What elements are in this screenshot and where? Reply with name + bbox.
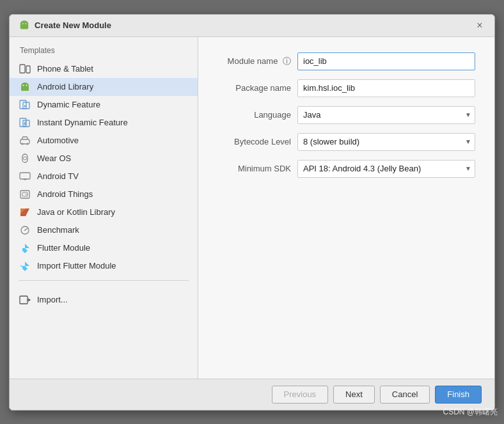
svg-point-10 bbox=[23, 84, 24, 86]
svg-point-17 bbox=[22, 143, 24, 145]
sidebar-item-label-phone-tablet: Phone & Tablet bbox=[37, 64, 93, 74]
dialog-footer: Previous Next Cancel Finish bbox=[10, 379, 494, 410]
sidebar-item-automotive[interactable]: Automotive bbox=[10, 132, 198, 150]
watermark: CSDN @韩曙亮 bbox=[443, 407, 498, 418]
main-content: Module name ⓘ Package name Language Java… bbox=[198, 37, 494, 379]
package-name-label: Package name bbox=[217, 83, 291, 93]
finish-button[interactable]: Finish bbox=[435, 386, 482, 404]
svg-marker-33 bbox=[22, 248, 28, 253]
android-things-icon bbox=[19, 189, 31, 200]
language-label: Language bbox=[217, 110, 291, 120]
sidebar-import-label: Import... bbox=[37, 295, 68, 304]
minimum-sdk-row: Minimum SDK API 18: Android 4.3 (Jelly B… bbox=[217, 160, 475, 178]
sidebar-item-label-benchmark: Benchmark bbox=[37, 225, 79, 235]
title-bar-left: Create New Module bbox=[19, 20, 111, 31]
sidebar: Templates Phone & Tablet A bbox=[10, 37, 198, 379]
svg-point-20 bbox=[24, 157, 27, 160]
svg-point-31 bbox=[24, 230, 26, 231]
language-select[interactable]: Java Kotlin bbox=[297, 106, 475, 124]
sidebar-import-section: Import... bbox=[10, 286, 198, 314]
sidebar-item-benchmark[interactable]: Benchmark bbox=[10, 221, 198, 239]
sidebar-item-label-dynamic-feature: Dynamic Feature bbox=[37, 100, 100, 109]
package-name-input[interactable] bbox=[297, 79, 475, 97]
next-button[interactable]: Next bbox=[333, 386, 375, 404]
module-name-help-icon[interactable]: ⓘ bbox=[283, 56, 291, 66]
svg-marker-34 bbox=[25, 262, 29, 266]
benchmark-icon bbox=[19, 225, 31, 235]
module-name-input[interactable] bbox=[297, 52, 475, 70]
wear-os-icon bbox=[19, 153, 31, 164]
bytecode-level-label: Bytecode Level bbox=[217, 137, 291, 146]
sidebar-item-android-library[interactable]: Android Library bbox=[10, 78, 198, 96]
sidebar-item-flutter-module[interactable]: Flutter Module bbox=[10, 239, 198, 257]
sidebar-item-label-java-kotlin-library: Java or Kotlin Library bbox=[37, 207, 115, 217]
sidebar-item-instant-dynamic-feature[interactable]: Instant Dynamic Feature bbox=[10, 114, 198, 132]
svg-marker-32 bbox=[25, 244, 29, 248]
dialog-title: Create New Module bbox=[35, 20, 111, 30]
svg-rect-6 bbox=[20, 65, 25, 73]
dynamic-feature-icon bbox=[19, 100, 31, 110]
sidebar-item-label-automotive: Automotive bbox=[37, 136, 79, 145]
sidebar-item-label-wear-os: Wear OS bbox=[37, 153, 71, 163]
kotlin-icon bbox=[19, 207, 31, 217]
android-icon bbox=[19, 20, 30, 31]
minimum-sdk-label: Minimum SDK bbox=[217, 164, 291, 173]
bytecode-level-row: Bytecode Level 8 (slower build) 7 6 ▼ bbox=[217, 133, 475, 151]
sidebar-item-label-android-things: Android Things bbox=[37, 189, 93, 199]
phone-tablet-icon bbox=[19, 64, 31, 74]
flutter-icon bbox=[19, 243, 31, 253]
import-flutter-icon bbox=[19, 261, 31, 271]
create-new-module-dialog: Create New Module × Templates Phone & Ta… bbox=[9, 14, 495, 411]
svg-rect-7 bbox=[26, 66, 30, 73]
sidebar-item-label-import-flutter-module: Import Flutter Module bbox=[37, 261, 116, 271]
close-button[interactable]: × bbox=[474, 20, 485, 31]
sidebar-item-wear-os[interactable]: Wear OS bbox=[10, 150, 198, 168]
dialog-body: Templates Phone & Tablet A bbox=[10, 37, 494, 379]
sidebar-item-label-android-tv: Android TV bbox=[37, 171, 79, 181]
module-name-label: Module name ⓘ bbox=[217, 56, 291, 67]
svg-rect-9 bbox=[21, 86, 29, 91]
svg-rect-1 bbox=[20, 24, 29, 29]
sidebar-item-import[interactable]: Import... bbox=[19, 291, 189, 309]
sidebar-item-android-tv[interactable]: Android TV bbox=[10, 168, 198, 185]
sidebar-section-label: Templates bbox=[10, 43, 198, 60]
previous-button[interactable]: Previous bbox=[272, 386, 329, 404]
sidebar-item-phone-tablet[interactable]: Phone & Tablet bbox=[10, 60, 198, 78]
sidebar-item-import-flutter-module[interactable]: Import Flutter Module bbox=[10, 257, 198, 275]
language-select-wrapper: Java Kotlin ▼ bbox=[297, 106, 475, 124]
cancel-button[interactable]: Cancel bbox=[380, 386, 430, 404]
sidebar-item-label-flutter-module: Flutter Module bbox=[37, 243, 90, 253]
svg-marker-35 bbox=[22, 266, 28, 271]
package-name-row: Package name bbox=[217, 79, 475, 97]
sidebar-item-java-kotlin-library[interactable]: Java or Kotlin Library bbox=[10, 203, 198, 221]
minimum-sdk-select-wrapper: API 18: Android 4.3 (Jelly Bean) API 21:… bbox=[297, 160, 475, 178]
svg-rect-21 bbox=[20, 173, 30, 179]
language-row: Language Java Kotlin ▼ bbox=[217, 106, 475, 124]
sidebar-item-label-android-library: Android Library bbox=[37, 82, 93, 91]
android-library-icon bbox=[19, 82, 31, 92]
svg-point-18 bbox=[27, 143, 29, 145]
svg-point-11 bbox=[26, 84, 28, 86]
svg-rect-37 bbox=[20, 296, 28, 304]
automotive-icon bbox=[19, 136, 31, 146]
title-bar: Create New Module × bbox=[10, 15, 494, 37]
android-tv-icon bbox=[19, 171, 31, 182]
sidebar-item-dynamic-feature[interactable]: Dynamic Feature bbox=[10, 96, 198, 114]
bytecode-level-select[interactable]: 8 (slower build) 7 6 bbox=[297, 133, 475, 151]
sidebar-divider bbox=[19, 280, 189, 281]
bytecode-level-select-wrapper: 8 (slower build) 7 6 ▼ bbox=[297, 133, 475, 151]
minimum-sdk-select[interactable]: API 18: Android 4.3 (Jelly Bean) API 21:… bbox=[297, 160, 475, 178]
import-icon bbox=[19, 295, 31, 305]
sidebar-item-android-things[interactable]: Android Things bbox=[10, 185, 198, 203]
sidebar-item-label-instant-dynamic-feature: Instant Dynamic Feature bbox=[37, 118, 128, 127]
module-name-row: Module name ⓘ bbox=[217, 52, 475, 70]
instant-feature-icon bbox=[19, 118, 31, 128]
